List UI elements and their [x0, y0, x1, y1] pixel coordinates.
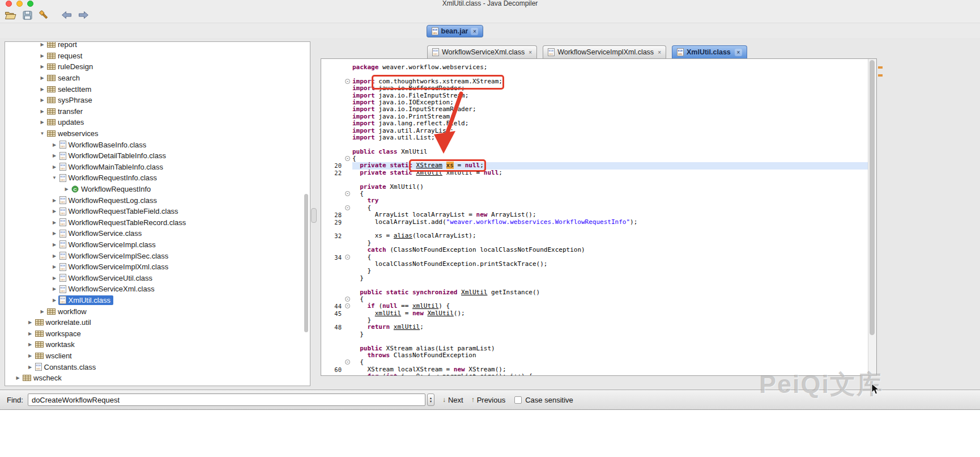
tree-collapsed-arrow-icon[interactable]: ▶: [39, 75, 46, 81]
tree-collapsed-arrow-icon[interactable]: ▶: [51, 276, 58, 281]
tree-item-WorkflowRequestLog.class[interactable]: ▶010101WorkflowRequestLog.class: [5, 194, 310, 206]
fold-collapse-icon[interactable]: -: [345, 359, 350, 365]
close-jar-tab-icon[interactable]: ×: [471, 28, 478, 35]
tree-item-WorkflowServiceImplXml.class[interactable]: ▶010101WorkflowServiceImplXml.class: [5, 261, 310, 273]
tree-collapsed-arrow-icon[interactable]: ▶: [51, 220, 58, 225]
tree-collapsed-arrow-icon[interactable]: ▶: [14, 375, 22, 380]
search-icon[interactable]: [39, 10, 49, 20]
tree-collapsed-arrow-icon[interactable]: ▶: [51, 286, 58, 291]
tree-collapsed-arrow-icon[interactable]: ▶: [39, 309, 46, 314]
tree-collapsed-arrow-icon[interactable]: ▶: [39, 53, 46, 58]
tree-item-updates[interactable]: ▶updates: [5, 117, 310, 128]
tree-item-transfer[interactable]: ▶transfer: [5, 106, 310, 117]
tree-item-WorkflowService.class[interactable]: ▶010101WorkflowService.class: [5, 228, 310, 239]
case-sensitive-checkbox[interactable]: [514, 396, 522, 404]
tree-item-workspace[interactable]: ▶workspace: [5, 328, 310, 339]
tree-item-WorkflowMainTableInfo.class[interactable]: ▶010101WorkflowMainTableInfo.class: [5, 162, 310, 173]
tree-collapsed-arrow-icon[interactable]: ▶: [27, 320, 34, 325]
tree-scrollbar-thumb[interactable]: [304, 194, 308, 332]
fold-collapse-icon[interactable]: -: [345, 205, 350, 210]
tree-collapsed-arrow-icon[interactable]: ▶: [39, 109, 46, 114]
tree-collapsed-arrow-icon[interactable]: ▶: [51, 253, 58, 259]
tree-item-WorkflowRequestTableField.class[interactable]: ▶010101WorkflowRequestTableField.class: [5, 206, 310, 217]
splitter-handle[interactable]: [311, 208, 317, 223]
tree-item-WorkflowServiceXml.class[interactable]: ▶010101WorkflowServiceXml.class: [5, 283, 310, 295]
stepper-down-icon[interactable]: ▼: [429, 400, 432, 403]
tree-item-WorkflowServiceImplSec.class[interactable]: ▶010101WorkflowServiceImplSec.class: [5, 250, 310, 261]
close-window-button[interactable]: [6, 1, 12, 7]
fold-collapse-icon[interactable]: -: [345, 79, 350, 84]
tree-collapsed-arrow-icon[interactable]: ▶: [39, 87, 46, 92]
find-next-button[interactable]: ↓ Next: [442, 396, 463, 404]
code-line: 29 localArrayList.add("weaver.workflow.w…: [321, 219, 876, 226]
tree-collapsed-arrow-icon[interactable]: ▶: [51, 198, 58, 203]
find-input[interactable]: [28, 393, 425, 406]
code-scrollbar-thumb[interactable]: [870, 60, 875, 335]
fold-collapse-icon[interactable]: -: [345, 303, 350, 308]
tree-item-webservices[interactable]: ▼webservices: [5, 128, 310, 139]
code-scrollbar[interactable]: [868, 59, 876, 375]
tree-item-request[interactable]: ▶request: [5, 50, 310, 62]
fold-collapse-icon[interactable]: -: [345, 255, 350, 260]
line-number: 34: [321, 254, 344, 261]
editor-tab-WorkflowServiceImplXml.class[interactable]: 010101WorkflowServiceImplXml.class×: [543, 45, 666, 58]
tree-item-wsclient[interactable]: ▶wsclient: [5, 350, 310, 362]
fold-collapse-icon[interactable]: -: [345, 297, 350, 302]
tree-item-selectItem[interactable]: ▶selectItem: [5, 83, 310, 95]
tree-item-worktask[interactable]: ▶worktask: [5, 339, 310, 350]
tree-item-search[interactable]: ▶search: [5, 73, 310, 84]
tree-collapsed-arrow-icon[interactable]: ▶: [51, 153, 58, 158]
tree-collapsed-arrow-icon[interactable]: ▶: [51, 298, 58, 303]
tree-item-ruleDesign[interactable]: ▶ruleDesign: [5, 61, 310, 73]
tree-item-workrelate.util[interactable]: ▶workrelate.util: [5, 317, 310, 328]
tree-collapsed-arrow-icon[interactable]: ▶: [27, 331, 34, 336]
tree-collapsed-arrow-icon[interactable]: ▶: [51, 209, 58, 214]
tree-item-WorkflowBaseInfo.class[interactable]: ▶010101WorkflowBaseInfo.class: [5, 139, 310, 150]
tree-item-WorkflowRequestInfo.class[interactable]: ▼010101WorkflowRequestInfo.class: [5, 172, 310, 184]
tree-collapsed-arrow-icon[interactable]: ▶: [39, 42, 46, 47]
save-icon[interactable]: [23, 11, 32, 20]
close-tab-icon[interactable]: ×: [658, 49, 661, 56]
tree-expanded-arrow-icon[interactable]: ▼: [39, 131, 46, 136]
tree-collapsed-arrow-icon[interactable]: ▶: [51, 164, 58, 170]
tree-item-workflow[interactable]: ▶workflow: [5, 306, 310, 317]
tree-collapsed-arrow-icon[interactable]: ▶: [51, 231, 58, 236]
tree-collapsed-arrow-icon[interactable]: ▶: [27, 365, 34, 370]
tree-item-XmlUtil.class[interactable]: ▶010101XmlUtil.class: [5, 295, 310, 306]
tree-collapsed-arrow-icon[interactable]: ▶: [51, 264, 58, 269]
tree-collapsed-arrow-icon[interactable]: ▶: [39, 64, 46, 69]
zoom-window-button[interactable]: [27, 1, 33, 7]
find-label: Find:: [7, 396, 23, 404]
open-file-icon[interactable]: [5, 10, 16, 20]
jar-tab-bean[interactable]: 010101 bean.jar ×: [427, 25, 484, 37]
find-history-stepper[interactable]: ▲ ▼: [427, 393, 434, 406]
tree-collapsed-arrow-icon[interactable]: ▶: [51, 142, 58, 147]
tree-collapsed-arrow-icon[interactable]: ▶: [27, 342, 34, 347]
tree-expanded-arrow-icon[interactable]: ▼: [51, 175, 58, 180]
find-previous-button[interactable]: ↑ Previous: [471, 396, 506, 404]
back-icon[interactable]: [61, 11, 72, 19]
editor-tab-XmlUtil.class[interactable]: 010101XmlUtil.class×: [672, 45, 747, 58]
tree-item-wscheck[interactable]: ▶wscheck: [5, 373, 310, 384]
tree-item-WorkflowServiceImpl.class[interactable]: ▶010101WorkflowServiceImpl.class: [5, 239, 310, 251]
tree-collapsed-arrow-icon[interactable]: ▶: [27, 353, 34, 358]
tree-item-WorkflowRequestInfo[interactable]: ▶CWorkflowRequestInfo: [5, 184, 310, 195]
tree-collapsed-arrow-icon[interactable]: ▶: [51, 242, 58, 247]
close-tab-icon[interactable]: ×: [529, 49, 532, 56]
tree-item-Constants.class[interactable]: ▶010101Constants.class: [5, 361, 310, 373]
tree-item-WorkflowRequestTableRecord.class[interactable]: ▶010101WorkflowRequestTableRecord.class: [5, 217, 310, 228]
tree-item-WorkflowServiceUtil.class[interactable]: ▶010101WorkflowServiceUtil.class: [5, 272, 310, 283]
tree-collapsed-arrow-icon[interactable]: ▶: [39, 98, 46, 103]
tree-collapsed-arrow-icon[interactable]: ▶: [63, 187, 70, 192]
close-tab-icon[interactable]: ×: [735, 49, 742, 56]
tree-collapsed-arrow-icon[interactable]: ▶: [39, 120, 46, 125]
tree-item-WorkflowDetailTableInfo.class[interactable]: ▶010101WorkflowDetailTableInfo.class: [5, 150, 310, 162]
fold-collapse-icon[interactable]: -: [345, 191, 350, 196]
tree-item-label: WorkflowServiceImplSec.class: [69, 252, 169, 260]
minimize-window-button[interactable]: [16, 1, 23, 7]
tree-item-sysPhrase[interactable]: ▶sysPhrase: [5, 95, 310, 106]
forward-icon[interactable]: [78, 11, 89, 19]
fold-collapse-icon[interactable]: -: [345, 156, 350, 161]
editor-tab-WorkflowServiceXml.class[interactable]: 010101WorkflowServiceXml.class×: [427, 45, 537, 58]
tree-item-report[interactable]: ▶report: [5, 41, 310, 50]
